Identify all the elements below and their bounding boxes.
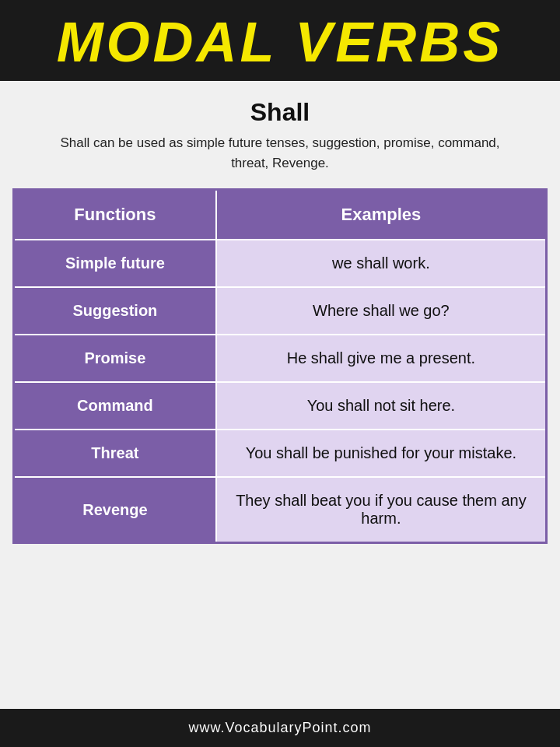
function-cell: Simple future [14, 240, 216, 287]
table-wrapper: Functions Examples Simple futurewe shall… [0, 188, 560, 709]
function-cell: Revenge [14, 477, 216, 543]
footer-section: www.VocabularyPoint.com [0, 709, 560, 747]
website-url: www.VocabularyPoint.com [188, 720, 371, 735]
table-row: RevengeThey shall beat you if you cause … [14, 477, 547, 543]
intro-description: Shall can be used as simple future tense… [47, 133, 513, 173]
function-cell: Promise [14, 335, 216, 382]
header-section: MODAL VERBS [0, 0, 560, 81]
example-cell: You shall not sit here. [216, 382, 547, 430]
col-header-functions: Functions [14, 190, 216, 240]
example-cell: You shall be punished for your mistake. [216, 430, 547, 477]
example-cell: They shall beat you if you cause them an… [216, 477, 547, 543]
table-body: Simple futurewe shall work.SuggestionWhe… [14, 240, 547, 543]
modal-verbs-table: Functions Examples Simple futurewe shall… [12, 188, 548, 544]
example-cell: He shall give me a present. [216, 335, 547, 382]
table-header-row: Functions Examples [14, 190, 547, 240]
example-cell: we shall work. [216, 240, 547, 287]
table-row: PromiseHe shall give me a present. [14, 335, 547, 382]
intro-section: Shall Shall can be used as simple future… [0, 81, 560, 188]
table-row: SuggestionWhere shall we go? [14, 287, 547, 335]
function-cell: Command [14, 382, 216, 430]
function-cell: Suggestion [14, 287, 216, 335]
table-row: Simple futurewe shall work. [14, 240, 547, 287]
function-cell: Threat [14, 430, 216, 477]
table-row: ThreatYou shall be punished for your mis… [14, 430, 547, 477]
page-title: MODAL VERBS [8, 14, 552, 70]
modal-verb-name: Shall [47, 98, 513, 127]
example-cell: Where shall we go? [216, 287, 547, 335]
col-header-examples: Examples [216, 190, 547, 240]
table-row: CommandYou shall not sit here. [14, 382, 547, 430]
